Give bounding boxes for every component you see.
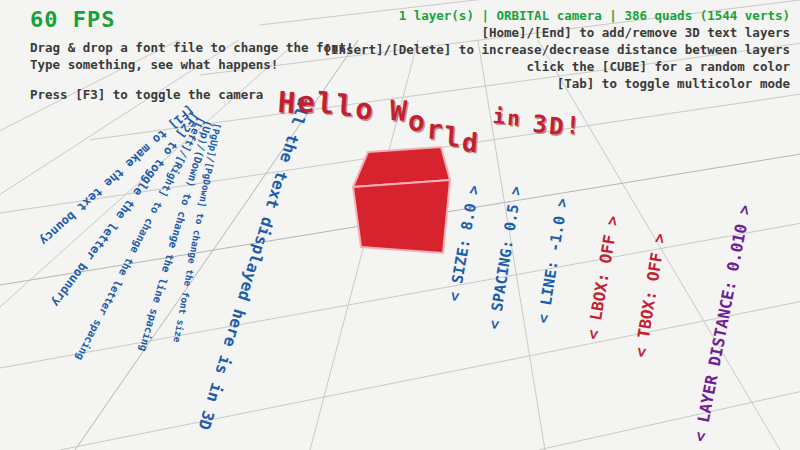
hud-right-instructions: [Home]/[End] to add/remove 3D text layer…: [323, 25, 790, 92]
hud-left: 60 FPS Drag & drop a font file to change…: [30, 8, 354, 104]
fps-counter: 60 FPS: [30, 8, 354, 32]
hud-right: 1 layer(s) | ORBITAL camera | 386 quads …: [323, 8, 790, 93]
app-window: [F1] to make the text bouncy[F2] to togg…: [0, 0, 800, 450]
hud-instruction: Press [F3] to toggle the camera: [30, 87, 354, 103]
hud-instruction: [Home]/[End] to add/remove 3D text layer…: [323, 25, 790, 41]
hud-left-instructions: Drag & drop a font file to change the fo…: [30, 40, 354, 103]
hud-instruction: [Tab] to toggle multicolor mode: [323, 76, 790, 92]
status-line: 1 layer(s) | ORBITAL camera | 386 quads …: [323, 8, 790, 24]
hud-instruction: [Insert]/[Delete] to increase/decrease d…: [323, 42, 790, 58]
hud-instruction: click the [CUBE] for a random color: [323, 59, 790, 75]
cube-front-face[interactable]: [353, 180, 450, 253]
hud-instruction: Drag & drop a font file to change the fo…: [30, 40, 354, 56]
hud-instruction: Type something, see what happens!: [30, 57, 354, 73]
